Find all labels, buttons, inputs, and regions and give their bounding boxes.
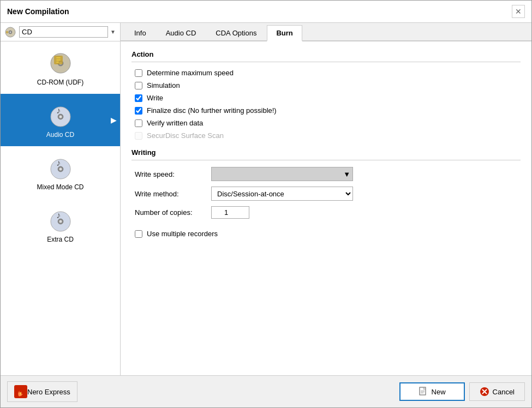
- cancel-button[interactable]: Cancel: [469, 382, 525, 401]
- checkbox-securdisc: SecurDisc Surface Scan: [135, 131, 521, 140]
- list-item-audio-cd[interactable]: ♪ Audio CD ▶: [1, 94, 120, 146]
- determine-max-speed-label: Determine maximum speed: [147, 69, 234, 77]
- writing-divider: [131, 160, 521, 160]
- svg-text:♪: ♪: [56, 158, 61, 167]
- write-speed-row: Write speed: ▼: [135, 167, 521, 181]
- simulation-checkbox[interactable]: [135, 82, 142, 89]
- svg-rect-9: [56, 59, 61, 61]
- copies-input[interactable]: [211, 206, 249, 219]
- cancel-icon: [480, 387, 489, 397]
- new-compilation-dialog: New Compilation ✕ CD DVD Blu-ray ▼: [0, 0, 532, 408]
- checkbox-write: Write: [135, 94, 521, 102]
- write-speed-label: Write speed:: [135, 170, 211, 178]
- tab-info[interactable]: Info: [125, 25, 156, 40]
- mixed-mode-cd-label: Mixed Mode CD: [37, 183, 83, 191]
- mixed-mode-cd-icon: ♪: [47, 154, 74, 180]
- action-divider: [131, 62, 521, 62]
- disc-types-list: CD-ROM (UDF) ♪ Audio CD ▶: [1, 41, 120, 375]
- audio-cd-icon: ♪: [47, 101, 74, 128]
- tabs-row: Info Audio CD CDA Options Burn: [121, 23, 531, 41]
- svg-point-13: [59, 116, 62, 118]
- list-item-cdrom-udf[interactable]: CD-ROM (UDF): [1, 41, 120, 94]
- finalize-disc-checkbox[interactable]: [135, 107, 142, 115]
- nero-express-label: Nero Express: [27, 388, 70, 396]
- list-item-extra-cd[interactable]: ♪ Extra CD: [1, 199, 120, 251]
- bottom-right-buttons: New Cancel: [399, 382, 525, 401]
- extra-cd-label: Extra CD: [47, 236, 74, 243]
- writing-section: Writing Write speed: ▼ Write method:: [131, 148, 521, 238]
- cdrom-udf-icon: [47, 49, 74, 75]
- close-button[interactable]: ✕: [512, 5, 525, 18]
- list-item-mixed-mode-cd[interactable]: ♪ Mixed Mode CD: [1, 146, 120, 199]
- main-content: CD DVD Blu-ray ▼: [1, 23, 531, 375]
- tab-audio-cd[interactable]: Audio CD: [157, 25, 206, 40]
- writing-section-title: Writing: [131, 148, 521, 157]
- multiple-recorders-label: Use multiple recorders: [147, 230, 218, 238]
- action-section: Action Determine maximum speed Simulatio…: [131, 50, 521, 140]
- multiple-recorders-checkbox[interactable]: [135, 230, 142, 238]
- dialog-title: New Compilation: [7, 7, 69, 16]
- svg-rect-27: [421, 392, 425, 392]
- securdisc-surface-scan-checkbox: [135, 132, 142, 140]
- write-method-label: Write method:: [135, 190, 211, 198]
- svg-rect-8: [56, 57, 61, 58]
- svg-point-2: [10, 31, 11, 33]
- svg-text:♪: ♪: [56, 106, 61, 115]
- svg-point-21: [59, 220, 62, 223]
- copies-row: Number of copies:: [135, 206, 521, 219]
- svg-text:♪: ♪: [56, 211, 61, 220]
- cdrom-udf-label: CD-ROM (UDF): [37, 79, 83, 86]
- nero-express-button[interactable]: Nero Express: [7, 381, 77, 402]
- right-panel: Info Audio CD CDA Options Burn Action De…: [121, 23, 531, 375]
- determine-max-speed-checkbox[interactable]: [135, 69, 142, 77]
- selected-arrow-icon: ▶: [111, 116, 117, 124]
- svg-rect-10: [56, 62, 59, 63]
- new-button[interactable]: New: [399, 382, 465, 401]
- write-speed-dropdown-arrow: ▼: [343, 170, 350, 178]
- title-bar: New Compilation ✕: [1, 1, 531, 23]
- finalize-disc-label: Finalize disc (No further writing possib…: [147, 106, 277, 115]
- extra-cd-icon: ♪: [47, 206, 74, 232]
- tab-cda-options[interactable]: CDA Options: [206, 25, 266, 40]
- write-label: Write: [147, 94, 163, 102]
- securdisc-surface-scan-label: SecurDisc Surface Scan: [147, 131, 224, 140]
- svg-rect-28: [421, 393, 423, 393]
- checkbox-verify-written-data: Verify written data: [135, 119, 521, 127]
- left-panel: CD DVD Blu-ray ▼: [1, 23, 121, 375]
- svg-rect-3: [6, 31, 8, 33]
- nero-express-icon: [14, 385, 27, 398]
- verify-written-data-label: Verify written data: [147, 119, 203, 127]
- tab-burn[interactable]: Burn: [267, 25, 302, 41]
- simulation-label: Simulation: [147, 81, 180, 89]
- cd-small-icon: [5, 27, 16, 38]
- bottom-bar: Nero Express New: [1, 375, 531, 407]
- checkbox-simulation: Simulation: [135, 81, 521, 89]
- audio-cd-label: Audio CD: [46, 131, 74, 139]
- disc-type-row: CD DVD Blu-ray ▼: [1, 23, 120, 41]
- write-method-dropdown[interactable]: Disc/Session-at-once Track-at-once Raw: [211, 187, 353, 201]
- new-document-icon: [419, 387, 428, 397]
- cancel-button-label: Cancel: [493, 388, 515, 396]
- svg-point-17: [59, 168, 62, 171]
- verify-written-data-checkbox[interactable]: [135, 119, 142, 127]
- svg-rect-26: [421, 391, 425, 391]
- dropdown-arrow-icon: ▼: [110, 29, 116, 35]
- new-button-label: New: [432, 388, 446, 396]
- multiple-recorders-row: Use multiple recorders: [135, 230, 521, 238]
- write-checkbox[interactable]: [135, 94, 142, 102]
- write-method-row: Write method: Disc/Session-at-once Track…: [135, 187, 521, 201]
- action-section-title: Action: [131, 50, 521, 58]
- write-speed-control[interactable]: ▼: [211, 167, 353, 181]
- copies-label: Number of copies:: [135, 208, 211, 217]
- burn-tab-content: Action Determine maximum speed Simulatio…: [121, 41, 531, 375]
- checkbox-determine-max-speed: Determine maximum speed: [135, 69, 521, 77]
- disc-type-dropdown[interactable]: CD DVD Blu-ray: [19, 26, 108, 38]
- checkbox-finalize-disc: Finalize disc (No further writing possib…: [135, 106, 521, 115]
